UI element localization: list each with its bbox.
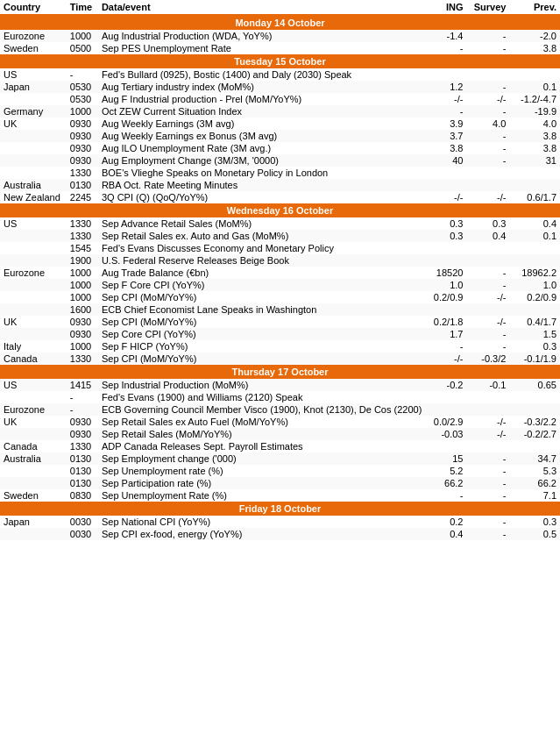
- table-row: Eurozone1000Aug Trade Balance (€bn)18520…: [0, 267, 560, 279]
- header-prev: Prev.: [509, 0, 560, 15]
- cell-survey: -: [466, 516, 509, 528]
- cell-country: [0, 93, 67, 105]
- cell-event: Aug Employment Change (3M/3M, '0000): [98, 154, 425, 167]
- cell-ing: -0.2: [425, 379, 466, 391]
- cell-event: Oct ZEW Current Situation Index: [98, 105, 425, 118]
- cell-prev: 0.5: [509, 528, 560, 540]
- cell-country: [0, 279, 67, 291]
- cell-survey: -: [466, 42, 509, 54]
- day-header-row: Thursday 17 October: [0, 365, 560, 379]
- cell-country: [0, 391, 67, 403]
- table-row: -Fed's Evans (1900) and Williams (2120) …: [0, 391, 560, 403]
- cell-country: Canada: [0, 440, 67, 452]
- cell-time: 1330: [67, 230, 98, 242]
- cell-time: -: [67, 391, 98, 403]
- cell-event: Sep CPI (MoM/YoY%): [98, 353, 425, 365]
- cell-time: 0930: [67, 130, 98, 142]
- cell-time: 0930: [67, 154, 98, 167]
- day-header-row: Monday 14 October: [0, 15, 560, 30]
- cell-country: [0, 303, 67, 316]
- cell-event: Aug Industrial Production (WDA, YoY%): [98, 30, 425, 42]
- cell-country: Germany: [0, 105, 67, 118]
- cell-ing: -/-: [425, 191, 466, 203]
- cell-time: 0500: [67, 42, 98, 54]
- cell-country: UK: [0, 316, 67, 328]
- cell-event: Sep PES Unemployment Rate: [98, 42, 425, 54]
- cell-ing: 0.0/2.9: [425, 416, 466, 428]
- cell-survey: [466, 68, 509, 81]
- cell-ing: 5.2: [425, 465, 466, 477]
- cell-event: Sep Employment change ('000): [98, 452, 425, 465]
- cell-survey: -: [466, 465, 509, 477]
- cell-time: 1000: [67, 105, 98, 118]
- cell-prev: 1.5: [509, 328, 560, 340]
- table-row: 1600ECB Chief Economist Lane Speaks in W…: [0, 303, 560, 316]
- cell-ing: 3.9: [425, 118, 466, 130]
- cell-prev: [509, 440, 560, 452]
- day-header-row: Friday 18 October: [0, 502, 560, 516]
- cell-prev: 0.1: [509, 81, 560, 93]
- table-row: 1000Sep CPI (MoM/YoY%)0.2/0.9-/-0.2/0.9: [0, 291, 560, 303]
- cell-event: Sep F HICP (YoY%): [98, 340, 425, 353]
- cell-country: [0, 465, 67, 477]
- cell-prev: -0.2/2.7: [509, 428, 560, 440]
- cell-event: Sep Unemployment rate (%): [98, 465, 425, 477]
- cell-prev: 0.3: [509, 340, 560, 353]
- cell-country: [0, 291, 67, 303]
- cell-ing: -: [425, 489, 466, 502]
- cell-prev: [509, 303, 560, 316]
- cell-ing: 0.3: [425, 217, 466, 230]
- cell-country: UK: [0, 118, 67, 130]
- cell-event: ECB Chief Economist Lane Speaks in Washi…: [98, 303, 425, 316]
- table-row: 0130Sep Participation rate (%)66.2-66.2: [0, 477, 560, 489]
- cell-time: 1545: [67, 242, 98, 254]
- cell-survey: -0.3/2: [466, 353, 509, 365]
- cell-country: Japan: [0, 516, 67, 528]
- cell-time: 0530: [67, 93, 98, 105]
- cell-ing: 1.2: [425, 81, 466, 93]
- cell-country: Sweden: [0, 42, 67, 54]
- table-row: 0930Aug ILO Unemployment Rate (3M avg.)3…: [0, 142, 560, 154]
- cell-survey: [466, 403, 509, 416]
- cell-prev: 0.3: [509, 516, 560, 528]
- header-survey: Survey: [466, 0, 509, 15]
- cell-event: Aug Tertiary industry index (MoM%): [98, 81, 425, 93]
- cell-ing: -: [425, 340, 466, 353]
- cell-country: US: [0, 379, 67, 391]
- cell-prev: 5.3: [509, 465, 560, 477]
- cell-time: 1415: [67, 379, 98, 391]
- cell-survey: -/-: [466, 93, 509, 105]
- cell-prev: 3.8: [509, 42, 560, 54]
- table-row: 0930Aug Employment Change (3M/3M, '0000)…: [0, 154, 560, 167]
- cell-country: [0, 477, 67, 489]
- cell-country: Eurozone: [0, 30, 67, 42]
- cell-country: [0, 528, 67, 540]
- cell-event: Sep Participation rate (%): [98, 477, 425, 489]
- cell-event: Sep F Core CPI (YoY%): [98, 279, 425, 291]
- cell-event: Sep Industrial Production (MoM%): [98, 379, 425, 391]
- cell-survey: -0.1: [466, 379, 509, 391]
- cell-ing: -0.03: [425, 428, 466, 440]
- cell-prev: 0.65: [509, 379, 560, 391]
- cell-time: 1000: [67, 279, 98, 291]
- cell-survey: 4.0: [466, 118, 509, 130]
- cell-survey: -: [466, 130, 509, 142]
- cell-survey: -: [466, 340, 509, 353]
- cell-ing: [425, 167, 466, 179]
- cell-survey: -: [466, 142, 509, 154]
- cell-ing: -: [425, 105, 466, 118]
- cell-country: [0, 230, 67, 242]
- cell-ing: [425, 242, 466, 254]
- cell-survey: -/-: [466, 191, 509, 203]
- table-row: Eurozone-ECB Governing Council Member Vi…: [0, 403, 560, 416]
- cell-survey: 0.4: [466, 230, 509, 242]
- cell-ing: -/-: [425, 93, 466, 105]
- cell-time: 1330: [67, 167, 98, 179]
- cell-survey: -/-: [466, 416, 509, 428]
- cell-event: Fed's Evans (1900) and Williams (2120) S…: [98, 391, 425, 403]
- cell-survey: [466, 391, 509, 403]
- cell-event: 3Q CPI (Q) (QoQ/YoY%): [98, 191, 425, 203]
- cell-ing: -/-: [425, 353, 466, 365]
- cell-time: 1330: [67, 217, 98, 230]
- table-row: Canada1330Sep CPI (MoM/YoY%)-/--0.3/2-0.…: [0, 353, 560, 365]
